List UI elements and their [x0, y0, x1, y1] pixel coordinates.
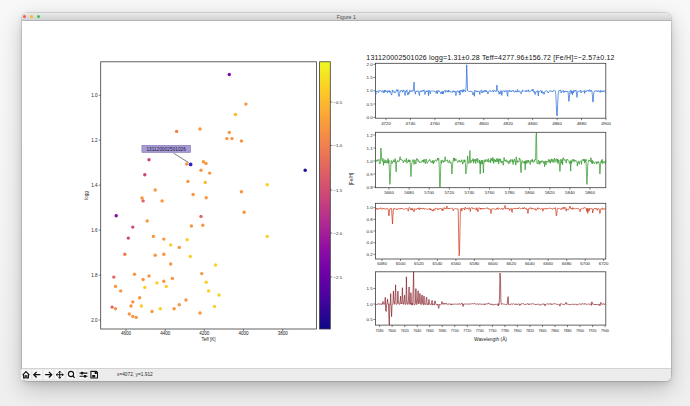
- svg-text:5860: 5860: [585, 190, 595, 195]
- svg-text:0.5: 0.5: [367, 102, 374, 107]
- svg-text:[Fe/H]: [Fe/H]: [349, 173, 354, 185]
- svg-text:7760: 7760: [488, 329, 496, 333]
- svg-text:0.8: 0.8: [367, 217, 374, 222]
- svg-text:1.0: 1.0: [91, 93, 98, 98]
- svg-text:131120002501026: 131120002501026: [146, 147, 186, 152]
- svg-text:Teff [K]: Teff [K]: [202, 337, 216, 342]
- svg-text:0.8: 0.8: [367, 185, 374, 190]
- svg-text:1.4: 1.4: [91, 183, 98, 188]
- svg-text:0.9: 0.9: [367, 172, 374, 177]
- svg-text:4880: 4880: [577, 121, 587, 126]
- svg-text:logg: logg: [84, 191, 89, 200]
- svg-text:4200: 4200: [199, 331, 210, 336]
- svg-text:1.0: 1.0: [367, 205, 374, 210]
- svg-text:4000: 4000: [238, 331, 249, 336]
- svg-text:3800: 3800: [278, 331, 289, 336]
- svg-text:5840: 5840: [565, 190, 575, 195]
- svg-text:0.5: 0.5: [367, 317, 374, 322]
- svg-text:7920: 7920: [589, 329, 597, 333]
- svg-text:4400: 4400: [160, 331, 171, 336]
- svg-text:4720: 4720: [381, 121, 391, 126]
- svg-text:7700: 7700: [451, 329, 459, 333]
- svg-text:1.0: 1.0: [367, 88, 374, 93]
- svg-text:0.6: 0.6: [367, 229, 374, 234]
- svg-text:6720: 6720: [599, 261, 609, 266]
- svg-text:6500: 6500: [396, 261, 406, 266]
- svg-text:−2.0: −2.0: [334, 231, 343, 236]
- svg-text:1.2: 1.2: [367, 133, 374, 138]
- svg-text:6580: 6580: [470, 261, 480, 266]
- svg-text:7860: 7860: [551, 329, 559, 333]
- svg-text:4900: 4900: [601, 121, 611, 126]
- svg-text:−2.5: −2.5: [334, 275, 343, 280]
- svg-text:5760: 5760: [485, 190, 495, 195]
- svg-text:6660: 6660: [543, 261, 553, 266]
- svg-text:6480: 6480: [377, 261, 387, 266]
- svg-text:7820: 7820: [526, 329, 534, 333]
- svg-text:7580: 7580: [376, 329, 384, 333]
- svg-text:7900: 7900: [576, 329, 584, 333]
- svg-text:2.0: 2.0: [91, 318, 98, 323]
- svg-text:5700: 5700: [424, 190, 434, 195]
- svg-text:−1.0: −1.0: [334, 143, 343, 148]
- svg-text:7640: 7640: [413, 329, 421, 333]
- svg-text:7740: 7740: [476, 329, 484, 333]
- svg-text:5740: 5740: [465, 190, 475, 195]
- svg-text:6620: 6620: [506, 261, 516, 266]
- svg-text:7620: 7620: [401, 329, 409, 333]
- svg-text:0.2: 0.2: [367, 252, 374, 257]
- svg-text:6680: 6680: [562, 261, 572, 266]
- svg-text:4800: 4800: [479, 121, 489, 126]
- svg-text:1.1: 1.1: [367, 146, 374, 151]
- svg-text:5680: 5680: [404, 190, 414, 195]
- svg-text:7780: 7780: [501, 329, 509, 333]
- svg-text:4600: 4600: [121, 331, 132, 336]
- svg-text:7940: 7940: [601, 329, 609, 333]
- svg-text:0.0: 0.0: [367, 115, 374, 120]
- svg-text:4740: 4740: [406, 121, 416, 126]
- svg-text:4820: 4820: [503, 121, 513, 126]
- svg-text:7680: 7680: [438, 329, 446, 333]
- svg-text:5660: 5660: [384, 190, 394, 195]
- svg-text:5780: 5780: [505, 190, 515, 195]
- svg-text:1.5: 1.5: [367, 75, 374, 80]
- svg-text:Wavelength (Å): Wavelength (Å): [474, 336, 507, 342]
- svg-text:7840: 7840: [539, 329, 547, 333]
- svg-text:−1.5: −1.5: [334, 188, 343, 193]
- svg-text:−0.5: −0.5: [334, 100, 343, 105]
- svg-text:4760: 4760: [430, 121, 440, 126]
- svg-text:7720: 7720: [463, 329, 471, 333]
- svg-text:6540: 6540: [433, 261, 443, 266]
- svg-text:5720: 5720: [444, 190, 454, 195]
- svg-text:1.5: 1.5: [367, 286, 374, 291]
- svg-text:5820: 5820: [545, 190, 555, 195]
- svg-text:7880: 7880: [564, 329, 572, 333]
- svg-text:0.4: 0.4: [367, 240, 374, 245]
- svg-text:1.2: 1.2: [91, 138, 98, 143]
- svg-text:1.6: 1.6: [91, 228, 98, 233]
- svg-text:1.0: 1.0: [367, 159, 374, 164]
- svg-text:1.8: 1.8: [91, 273, 98, 278]
- svg-text:4860: 4860: [552, 121, 562, 126]
- svg-text:5800: 5800: [525, 190, 535, 195]
- svg-text:4780: 4780: [454, 121, 464, 126]
- svg-text:7600: 7600: [388, 329, 396, 333]
- svg-text:1.0: 1.0: [367, 302, 374, 307]
- svg-text:6640: 6640: [525, 261, 535, 266]
- svg-text:7800: 7800: [513, 329, 521, 333]
- svg-text:7660: 7660: [426, 329, 434, 333]
- svg-text:131120002501026 logg=1.31±0.28: 131120002501026 logg=1.31±0.28 Teff=4277…: [366, 54, 614, 62]
- svg-text:6560: 6560: [451, 261, 461, 266]
- svg-text:2.0: 2.0: [367, 62, 374, 67]
- svg-text:6600: 6600: [488, 261, 498, 266]
- svg-text:6520: 6520: [414, 261, 424, 266]
- svg-text:4840: 4840: [528, 121, 538, 126]
- svg-text:6700: 6700: [580, 261, 590, 266]
